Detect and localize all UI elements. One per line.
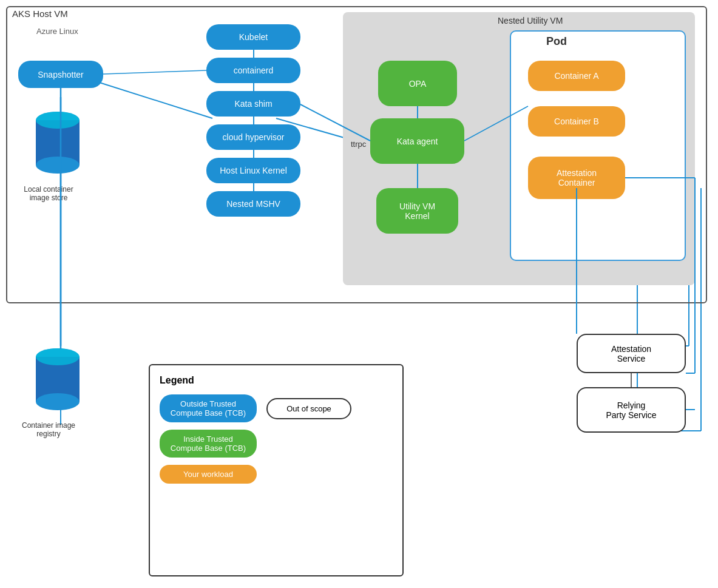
- container-b-btn: Container B: [528, 106, 625, 137]
- container-a-btn: Container A: [528, 61, 625, 91]
- legend-item-your-workload: Your workload: [160, 465, 393, 484]
- svg-point-18: [36, 157, 80, 174]
- cloud-hypervisor-btn: cloud hypervisor: [206, 124, 300, 150]
- attestation-service-box: Attestation Service: [577, 334, 686, 373]
- attestation-container-btn: Attestation Container: [528, 157, 625, 199]
- kata-shim-btn: Kata shim: [206, 91, 300, 117]
- legend-out-of-scope-btn: Out of scope: [266, 398, 351, 419]
- legend-inside-tcb-btn: Inside Trusted Compute Base (TCB): [160, 430, 257, 458]
- snapshotter-btn: Snapshotter: [18, 61, 103, 88]
- container-registry-cylinder: [33, 346, 82, 413]
- container-registry-label: Container image registry: [12, 421, 85, 438]
- aks-host-label: AKS Host VM: [12, 8, 68, 19]
- svg-point-22: [36, 393, 80, 410]
- nested-vm-label: Nested Utility VM: [498, 16, 563, 25]
- azure-linux-label: Azure Linux: [36, 27, 78, 36]
- legend-outside-tcb-btn: Outside Trusted Compute Base (TCB): [160, 394, 257, 422]
- containerd-btn: containerd: [206, 58, 300, 83]
- legend-title: Legend: [160, 375, 393, 386]
- local-container-cylinder: [33, 109, 82, 176]
- local-store-label: Local container image store: [12, 185, 85, 202]
- svg-point-19: [36, 112, 80, 129]
- kubelet-btn: Kubelet: [206, 24, 300, 50]
- legend-item-outside-tcb: Outside Trusted Compute Base (TCB) Out o…: [160, 394, 393, 422]
- kata-agent-btn: Kata agent: [370, 118, 464, 164]
- legend-box: Legend Outside Trusted Compute Base (TCB…: [149, 364, 404, 576]
- opa-btn: OPA: [378, 61, 457, 106]
- ttrpc-label: ttrpc: [351, 140, 366, 149]
- svg-point-23: [36, 348, 80, 365]
- diagram: AKS Host VM Azure Linux Nested Utility V…: [0, 0, 718, 588]
- legend-item-inside-tcb: Inside Trusted Compute Base (TCB): [160, 430, 393, 458]
- relying-party-service-box: Relying Party Service: [577, 387, 686, 433]
- utility-vm-kernel-btn: Utility VM Kernel: [376, 188, 458, 234]
- host-linux-kernel-btn: Host Linux Kernel: [206, 158, 300, 183]
- nested-mshv-btn: Nested MSHV: [206, 191, 300, 217]
- legend-your-workload-btn: Your workload: [160, 465, 257, 484]
- pod-label: Pod: [546, 35, 567, 48]
